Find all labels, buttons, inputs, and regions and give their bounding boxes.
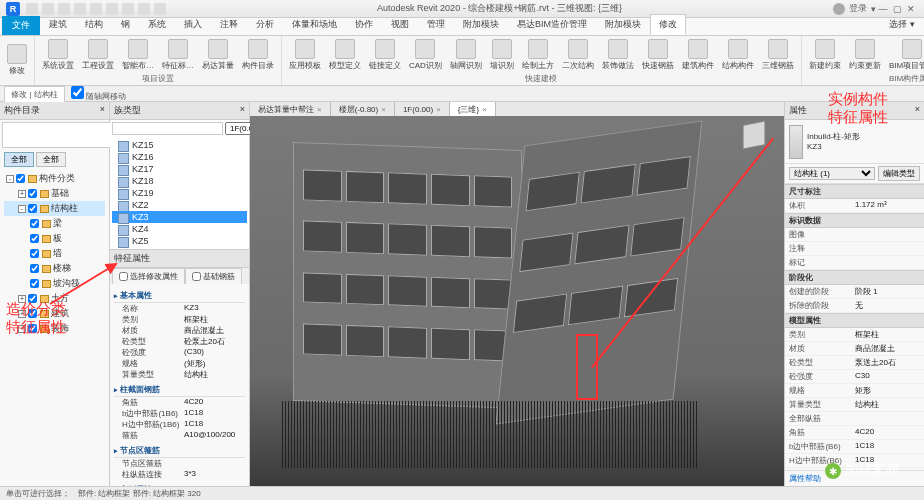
property-row[interactable]: 箍筋A10@100/200 [114,430,245,441]
ribbon-button[interactable]: 新建约束 [806,38,844,72]
quick-access-toolbar[interactable] [26,3,166,15]
ribbon-button[interactable]: 链接定义 [366,38,404,72]
ribbon-button[interactable]: 修改 [4,43,30,77]
3d-viewport[interactable]: 易达算量中帮注×楼层(-0.80)×1F(0.00)×{三维}× [250,102,784,486]
property-row[interactable]: 材质商品混凝土 [114,325,245,336]
ribbon-tab[interactable]: 修改 [650,14,686,35]
close-button[interactable]: ✕ [904,3,918,15]
ribbon-button[interactable]: 系统设置 [39,38,77,72]
ribbon-button[interactable]: 建筑构件 [679,38,717,72]
property-row[interactable]: 角筋4C20 [114,397,245,408]
list-item[interactable]: KZ19 [112,187,247,199]
file-tab[interactable]: 文件 [2,16,40,35]
tree-node[interactable]: + 基础 [4,186,105,201]
property-row[interactable]: b边中部筋(B6)1C18 [785,440,924,454]
close-icon[interactable]: × [436,105,441,114]
user-login[interactable]: 登录 [849,2,867,15]
list-item[interactable]: KZ5 [112,235,247,247]
property-row[interactable]: 砼强度C30 [785,370,924,384]
ribbon-button[interactable]: CAD识别 [406,38,445,72]
close-icon[interactable]: × [317,105,322,114]
ribbon-tab[interactable]: 易达BIM造价管理 [508,14,596,35]
user-area[interactable]: 登录 ▾ [833,2,876,15]
select-dropdown[interactable]: 选择 ▾ [880,14,924,35]
property-row[interactable]: 角筋4C20 [785,426,924,440]
property-row[interactable]: b边中部筋(1B6)1C18 [114,408,245,419]
property-row[interactable]: 柱纵筋连接3*3 [114,469,245,480]
ribbon-button[interactable]: 快速钢筋 [639,38,677,72]
property-row[interactable]: 类别框架柱 [114,314,245,325]
maximize-button[interactable]: ▢ [890,3,904,15]
list-item[interactable]: KZ2 [112,199,247,211]
tab-base-rebar[interactable]: 基础钢筋 [185,268,242,284]
view-tab[interactable]: 易达算量中帮注× [250,102,331,116]
property-row[interactable]: 规格(矩形) [114,358,245,369]
property-row[interactable]: 注释 [785,242,924,256]
property-row[interactable]: 砼强度(C30) [114,347,245,358]
view-tab[interactable]: {三维}× [450,102,496,116]
ribbon-tab[interactable]: 管理 [418,14,454,35]
type-search-input[interactable] [112,122,223,135]
property-row[interactable]: 规格矩形 [785,384,924,398]
close-icon[interactable]: × [381,105,386,114]
ribbon-tab[interactable]: 系统 [139,14,175,35]
tab-select-modify[interactable]: 选择修改属性 [112,268,185,284]
tree-node[interactable]: 梁 [4,216,105,231]
ribbon-button[interactable]: 结构构件 [719,38,757,72]
view-cube[interactable] [734,122,774,162]
ribbon-tab[interactable]: 钢 [112,14,139,35]
tree-node[interactable]: 板 [4,231,105,246]
property-row[interactable]: 创建的阶段阶段 1 [785,285,924,299]
list-item[interactable]: KZ4 [112,223,247,235]
ribbon-button[interactable]: 墙识别 [487,38,517,72]
property-row[interactable]: 砼类型砼泵土20石 [114,336,245,347]
context-checkbox[interactable]: 随轴网移动 [65,84,132,104]
ribbon-button[interactable]: 特征标… [159,38,197,72]
property-row[interactable]: 拆除的阶段无 [785,299,924,313]
ribbon-button[interactable]: BIM项目管理 [886,38,924,72]
ribbon-tab[interactable]: 插入 [175,14,211,35]
property-row[interactable]: 图像 [785,228,924,242]
ribbon-tab[interactable]: 建筑 [40,14,76,35]
property-row[interactable]: 类别框架柱 [785,328,924,342]
list-item[interactable]: KZ16 [112,151,247,163]
ribbon-tab[interactable]: 附加模块 [596,14,650,35]
close-icon[interactable]: × [100,104,105,117]
list-item[interactable]: KZ18 [112,175,247,187]
ribbon-button[interactable]: 智能布… [119,38,157,72]
ribbon-button[interactable]: 模型定义 [326,38,364,72]
list-item[interactable]: KZ15 [112,139,247,151]
property-row[interactable]: 体积1.172 m³ [785,199,924,213]
tree-node[interactable]: 坡沟筏 [4,276,105,291]
list-item[interactable]: KZ17 [112,163,247,175]
ribbon-tab[interactable]: 结构 [76,14,112,35]
property-row[interactable]: 标记 [785,256,924,270]
toggle-all[interactable]: 全部 [4,152,34,167]
property-row[interactable]: 算量类型结构柱 [114,369,245,380]
tree-node[interactable]: 墙 [4,246,105,261]
property-row[interactable]: 材质商品混凝土 [785,342,924,356]
property-row[interactable]: H边中部筋(1B6)1C18 [114,419,245,430]
ribbon-tab[interactable]: 视图 [382,14,418,35]
ribbon-button[interactable]: 约束更新 [846,38,884,72]
property-row[interactable]: 砼类型泵送土20石 [785,356,924,370]
ribbon-button[interactable]: 二次结构 [559,38,597,72]
view-tab[interactable]: 楼层(-0.80)× [331,102,395,116]
tree-node[interactable]: 楼梯 [4,261,105,276]
search-input[interactable] [2,122,113,148]
ribbon-button[interactable]: 装饰做法 [599,38,637,72]
type-selector[interactable]: 结构柱 (1) [789,167,875,180]
property-row[interactable]: 名称KZ3 [114,303,245,314]
close-icon[interactable]: × [240,104,245,117]
tree-node[interactable]: - 构件分类 [4,171,105,186]
toggle-current[interactable]: 全部 [36,152,66,167]
ribbon-tab[interactable]: 分析 [247,14,283,35]
property-row[interactable]: 全部纵筋 [785,412,924,426]
ribbon-button[interactable]: 绘制土方 [519,38,557,72]
property-row[interactable]: 节点区箍筋 [114,458,245,469]
ribbon-tab[interactable]: 协作 [346,14,382,35]
ribbon-tab[interactable]: 注释 [211,14,247,35]
ribbon-tab[interactable]: 附加模块 [454,14,508,35]
property-row[interactable]: 算量类型结构柱 [785,398,924,412]
ribbon-button[interactable]: 易达算量 [199,38,237,72]
